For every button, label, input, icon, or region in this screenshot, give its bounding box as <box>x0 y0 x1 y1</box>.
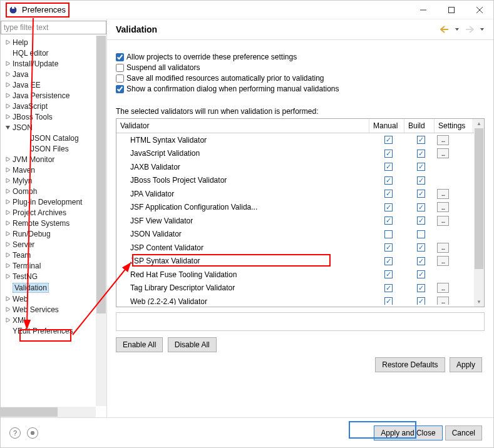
table-row[interactable]: JSP Syntax Validator... <box>116 255 484 268</box>
tree-item[interactable]: Project Archives <box>3 207 106 218</box>
table-row[interactable]: JSF View Validator... <box>116 214 484 228</box>
col-header-validator[interactable]: Validator <box>116 119 369 133</box>
table-row[interactable]: JBoss Tools Project Validator <box>116 174 484 188</box>
tree-item[interactable]: Java Persistence <box>3 90 106 101</box>
sidebar-vscroll[interactable] <box>96 36 106 406</box>
build-checkbox[interactable] <box>417 284 425 292</box>
col-header-build[interactable]: Build <box>404 119 435 133</box>
restore-defaults-button[interactable]: Restore Defaults <box>375 357 445 372</box>
tree-item[interactable]: JBoss Tools <box>3 111 106 122</box>
tree-item[interactable]: Java EE <box>3 79 106 90</box>
manual-checkbox[interactable] <box>384 257 393 265</box>
tree-item[interactable]: Plug-in Development <box>3 196 106 207</box>
option-checkbox[interactable] <box>116 74 124 83</box>
tree-item[interactable]: Validation <box>3 282 106 293</box>
build-checkbox[interactable] <box>417 257 425 265</box>
chevron-right-icon[interactable] <box>4 230 11 238</box>
manual-checkbox[interactable] <box>384 136 393 144</box>
table-row[interactable]: Red Hat Fuse Tooling Validation <box>116 268 484 282</box>
tree-item[interactable]: Help <box>3 37 106 48</box>
manual-checkbox[interactable] <box>384 190 393 198</box>
chevron-right-icon[interactable] <box>4 71 11 78</box>
back-icon[interactable] <box>440 24 450 34</box>
tree-item[interactable]: Web Services <box>3 304 106 315</box>
manual-checkbox[interactable] <box>384 297 393 305</box>
chevron-right-icon[interactable] <box>4 103 11 110</box>
table-row[interactable]: JPA Validator... <box>116 187 484 201</box>
import-export-icon[interactable] <box>27 427 38 439</box>
chevron-right-icon[interactable] <box>4 39 11 46</box>
tree-item[interactable]: Mylyn <box>3 175 106 186</box>
tree-item[interactable]: Maven <box>3 165 106 175</box>
tree-item[interactable]: JSON Catalog <box>3 133 106 143</box>
tree-item[interactable]: Remote Systems <box>3 218 106 228</box>
forward-dropdown-icon[interactable] <box>477 24 487 34</box>
chevron-right-icon[interactable] <box>4 113 11 121</box>
chevron-right-icon[interactable] <box>4 60 11 68</box>
build-checkbox[interactable] <box>417 136 425 144</box>
tree-item[interactable]: Terminal <box>3 260 106 271</box>
filter-input[interactable] <box>1 21 106 34</box>
maximize-button[interactable] <box>437 1 465 19</box>
tree-item[interactable]: Oomph <box>3 186 106 196</box>
build-checkbox[interactable] <box>417 270 425 278</box>
table-row[interactable]: JSF Application Configuration Valida....… <box>116 201 484 215</box>
build-checkbox[interactable] <box>417 150 425 158</box>
tree-item[interactable]: HQL editor <box>3 48 106 58</box>
chevron-right-icon[interactable] <box>4 262 11 270</box>
build-checkbox[interactable] <box>417 163 425 171</box>
settings-button[interactable]: ... <box>437 243 449 253</box>
tree-item[interactable]: Install/Update <box>3 58 106 69</box>
settings-button[interactable]: ... <box>437 283 449 293</box>
option-checkbox[interactable] <box>116 64 124 72</box>
chevron-right-icon[interactable] <box>4 156 11 163</box>
chevron-right-icon[interactable] <box>4 284 11 292</box>
preference-tree[interactable]: HelpHQL editorInstall/UpdateJavaJava EEJ… <box>1 36 106 337</box>
manual-checkbox[interactable] <box>384 243 393 252</box>
chevron-right-icon[interactable] <box>4 220 11 227</box>
build-checkbox[interactable] <box>417 176 425 185</box>
manual-checkbox[interactable] <box>384 163 393 171</box>
table-vscroll[interactable]: ▲ ▼ <box>474 119 484 307</box>
apply-and-close-button[interactable]: Apply and Close <box>374 425 442 440</box>
chevron-right-icon[interactable] <box>4 177 11 185</box>
chevron-right-icon[interactable] <box>4 241 11 248</box>
build-checkbox[interactable] <box>417 243 425 252</box>
chevron-right-icon[interactable] <box>4 92 11 99</box>
chevron-right-icon[interactable] <box>4 49 11 57</box>
manual-checkbox[interactable] <box>384 230 393 238</box>
option-checkbox[interactable] <box>116 53 124 61</box>
build-checkbox[interactable] <box>417 297 425 305</box>
col-header-manual[interactable]: Manual <box>369 119 404 133</box>
tree-item[interactable]: Run/Debug <box>3 228 106 239</box>
table-row[interactable]: JavaScript Validation... <box>116 147 484 161</box>
col-header-settings[interactable]: Settings <box>435 119 473 133</box>
back-dropdown-icon[interactable] <box>452 24 462 34</box>
chevron-right-icon[interactable] <box>4 295 11 303</box>
build-checkbox[interactable] <box>417 190 425 198</box>
table-row[interactable]: HTML Syntax Validator... <box>116 133 484 147</box>
build-checkbox[interactable] <box>417 230 425 238</box>
chevron-right-icon[interactable] <box>4 252 11 259</box>
build-checkbox[interactable] <box>417 216 425 225</box>
chevron-right-icon[interactable] <box>4 327 11 335</box>
settings-button[interactable]: ... <box>437 202 449 212</box>
tree-item[interactable]: JavaScript <box>3 101 106 111</box>
settings-button[interactable]: ... <box>437 189 449 199</box>
chevron-right-icon[interactable] <box>4 81 11 89</box>
tree-item[interactable]: JVM Monitor <box>3 154 106 165</box>
tree-item[interactable]: JSON <box>3 122 106 133</box>
chevron-right-icon[interactable] <box>4 273 11 280</box>
cancel-button[interactable]: Cancel <box>445 425 482 440</box>
chevron-right-icon[interactable] <box>4 188 11 195</box>
tree-item[interactable]: Team <box>3 250 106 260</box>
table-row[interactable]: Tag Library Descriptor Validator... <box>116 282 484 295</box>
apply-button[interactable]: Apply <box>450 357 482 372</box>
table-row[interactable]: JAXB Validator <box>116 160 484 174</box>
chevron-right-icon[interactable] <box>4 166 11 174</box>
table-row[interactable]: Web (2.2-2.4) Validator... <box>116 295 484 305</box>
chevron-down-icon[interactable] <box>4 124 11 131</box>
tree-item[interactable]: XML <box>3 315 106 325</box>
table-row[interactable]: JSON Validator <box>116 228 484 242</box>
chevron-right-icon[interactable] <box>4 306 11 313</box>
